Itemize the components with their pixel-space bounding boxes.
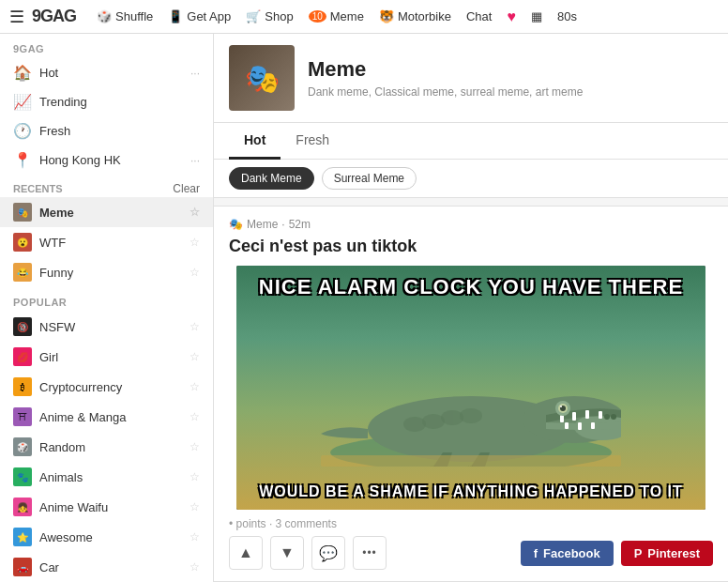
meme-thumb: 🎭 <box>13 203 32 222</box>
meme-image: NICE ALARM CLOCK YOU HAVE THERE <box>236 266 705 510</box>
sidebar-item-trending[interactable]: 📈 Trending <box>0 87 213 116</box>
hamburger-menu[interactable]: ☰ <box>9 7 24 27</box>
post-meta: 🎭 Meme · 52m <box>229 218 713 231</box>
phone-icon: 📱 <box>168 9 183 23</box>
random-thumb: 🎲 <box>13 437 32 456</box>
meme-top-text: NICE ALARM CLOCK YOU HAVE THERE <box>250 266 692 299</box>
sidebar-item-car[interactable]: 🚗 Car ☆ <box>0 552 213 582</box>
star-wtf[interactable]: ☆ <box>190 236 200 249</box>
post-separator: · <box>281 218 284 231</box>
post-source-icon: 🎭 <box>229 218 243 231</box>
sidebar-section-9gag: 9GAG <box>0 34 213 58</box>
tab-fresh[interactable]: Fresh <box>281 123 344 160</box>
svg-point-19 <box>604 414 610 420</box>
sidebar-item-anime-manga[interactable]: ⛩ Anime & Manga ☆ <box>0 402 213 432</box>
meme-bottom-text: WOULD BE A SHAME IF ANYTHING HAPPENED TO… <box>250 482 692 510</box>
svg-point-20 <box>611 414 616 420</box>
crypto-thumb: ₿ <box>13 377 32 396</box>
sidebar-item-cryptocurrency[interactable]: ₿ Cryptocurrency ☆ <box>0 372 213 402</box>
clear-button[interactable]: Clear <box>173 182 200 195</box>
comment-button[interactable]: 💬 <box>311 536 345 570</box>
svg-rect-5 <box>572 412 576 421</box>
category-info: Meme Dank meme, Classical meme, surreal … <box>308 57 583 99</box>
nav-item-80s[interactable]: 80s <box>550 0 584 34</box>
nav-item-getapp[interactable]: 📱 Get App <box>160 0 238 34</box>
tabs-bar: Hot Fresh <box>214 123 728 160</box>
top-nav: ☰ 9GAG 🎲 Shuffle 📱 Get App 🛒 Shop 10 Mem… <box>0 0 728 34</box>
sidebar-item-random[interactable]: 🎲 Random ☆ <box>0 432 213 462</box>
nav-item-shop[interactable]: 🛒 Shop <box>238 0 300 34</box>
sidebar-item-anime-waifu[interactable]: 👧 Anime Waifu ☆ <box>0 492 213 522</box>
facebook-icon: f <box>534 546 538 560</box>
post-stats: • points · 3 comments <box>229 517 713 530</box>
motorbike-icon: 🐯 <box>379 9 394 23</box>
filter-surreal-meme[interactable]: Surreal Meme <box>322 167 417 190</box>
category-title: Meme <box>308 57 583 82</box>
post-title: Ceci n'est pas un tiktok <box>229 237 713 256</box>
sidebar-item-hot[interactable]: 🏠 Hot ··· <box>0 58 213 87</box>
category-header: 🎭 Meme Dank meme, Classical meme, surrea… <box>214 34 728 123</box>
star-funny[interactable]: ☆ <box>190 266 200 279</box>
tab-hot[interactable]: Hot <box>229 123 281 160</box>
star-waifu[interactable]: ☆ <box>190 500 200 513</box>
star-random[interactable]: ☆ <box>190 440 200 453</box>
more-button[interactable]: ••• <box>353 536 387 570</box>
star-meme[interactable]: ☆ <box>190 206 200 219</box>
svg-rect-10 <box>591 422 595 429</box>
svg-rect-21 <box>321 455 621 467</box>
nsfw-thumb: 🔞 <box>13 317 32 336</box>
more-icon-hk: ··· <box>190 154 200 167</box>
main-layout: 9GAG 🏠 Hot ··· 📈 Trending 🕐 Fresh 📍 Hong… <box>0 34 728 582</box>
nav-item-motorbike[interactable]: 🐯 Motorbike <box>372 0 459 34</box>
post-time: 52m <box>289 218 311 231</box>
star-anime[interactable]: ☆ <box>190 410 200 423</box>
waifu-thumb: 👧 <box>13 498 32 516</box>
upvote-button[interactable]: ▲ <box>229 536 263 570</box>
sidebar-item-girl[interactable]: 💋 Girl ☆ <box>0 342 213 372</box>
sidebar-item-animals[interactable]: 🐾 Animals ☆ <box>0 462 213 492</box>
star-girl[interactable]: ☆ <box>190 350 200 363</box>
logo[interactable]: 9GAG <box>32 7 76 26</box>
nav-item-grid[interactable]: ▦ <box>523 0 550 34</box>
svg-point-18 <box>460 408 482 423</box>
shop-icon: 🛒 <box>246 9 261 23</box>
sidebar-item-awesome[interactable]: ⭐ Awesome ☆ <box>0 522 213 552</box>
sidebar-item-fresh[interactable]: 🕐 Fresh <box>0 116 213 146</box>
sidebar-item-funny[interactable]: 😂 Funny ☆ <box>0 257 213 287</box>
popular-label: Popular <box>0 287 213 312</box>
star-crypto[interactable]: ☆ <box>190 380 200 393</box>
facebook-share-button[interactable]: f Facebook <box>521 541 614 566</box>
svg-rect-8 <box>565 422 569 429</box>
filter-dank-meme[interactable]: Dank Meme <box>229 167 314 190</box>
svg-rect-6 <box>585 410 589 419</box>
post-actions: ▲ ▼ 💬 ••• f Facebook P Pinterest <box>229 536 713 570</box>
svg-point-14 <box>560 406 562 407</box>
pinterest-share-button[interactable]: P Pinterest <box>621 541 713 566</box>
svg-rect-7 <box>599 411 602 419</box>
car-thumb: 🚗 <box>13 558 32 576</box>
sidebar-item-wtf[interactable]: 😮 WTF ☆ <box>0 227 213 257</box>
category-tags: Dank meme, Classical meme, surreal meme,… <box>308 85 583 99</box>
post-card: 🎭 Meme · 52m Ceci n'est pas un tiktok NI… <box>214 206 728 582</box>
star-car[interactable]: ☆ <box>190 560 200 574</box>
star-awesome[interactable]: ☆ <box>190 530 200 544</box>
downvote-button[interactable]: ▼ <box>270 536 304 570</box>
sidebar-item-nsfw[interactable]: 🔞 NSFW ☆ <box>0 312 213 342</box>
shuffle-icon: 🎲 <box>97 9 112 23</box>
donate-badge: 10 <box>309 10 326 23</box>
funny-thumb: 😂 <box>13 263 32 282</box>
nav-item-donate[interactable]: 10 Meme <box>301 0 372 34</box>
recents-label: Recents <box>13 183 63 194</box>
nav-item-chat[interactable]: Chat <box>459 0 499 34</box>
svg-rect-4 <box>560 415 564 422</box>
trending-icon: 📈 <box>13 93 32 111</box>
recents-header: Recents Clear <box>0 175 213 197</box>
girl-thumb: 💋 <box>13 347 32 366</box>
sidebar-item-hongkong[interactable]: 📍 Hong Kong HK ··· <box>0 146 213 175</box>
star-animals[interactable]: ☆ <box>190 470 200 483</box>
sidebar-item-meme[interactable]: 🎭 Meme ☆ <box>0 197 213 227</box>
nav-item-shuffle[interactable]: 🎲 Shuffle <box>89 0 160 34</box>
awesome-thumb: ⭐ <box>13 528 32 546</box>
nav-item-heart[interactable]: ♥ <box>499 0 523 34</box>
star-nsfw[interactable]: ☆ <box>190 320 200 333</box>
